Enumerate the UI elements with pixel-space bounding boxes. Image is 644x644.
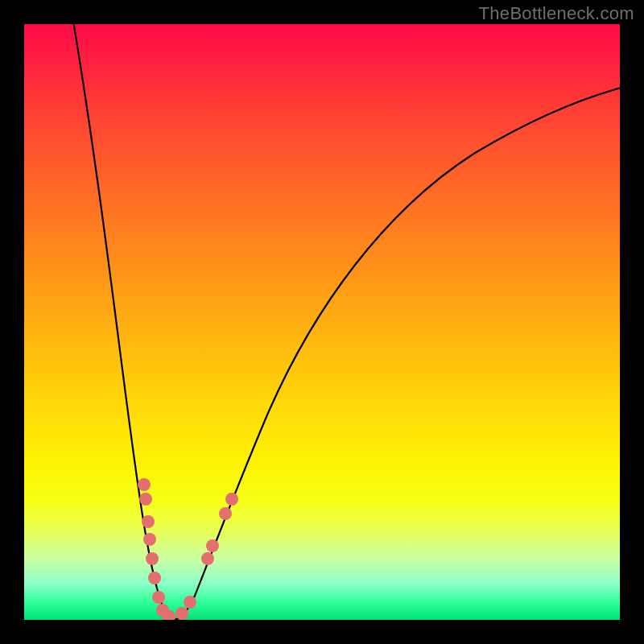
data-marker [152,591,165,604]
watermark-text: TheBottleneck.com [479,3,634,24]
plot-area [24,24,620,620]
data-marker [175,607,188,620]
chart-frame: TheBottleneck.com [0,0,644,644]
data-marker [201,552,214,565]
data-marker [146,552,159,565]
data-marker [143,533,156,546]
marker-group [138,478,238,620]
data-marker [206,539,219,552]
data-marker [184,596,196,609]
data-marker [139,493,152,506]
data-marker [219,507,232,520]
markers-layer [24,24,620,620]
data-marker [142,515,155,528]
data-marker [148,572,161,584]
data-marker [138,478,151,491]
data-marker [225,493,238,506]
